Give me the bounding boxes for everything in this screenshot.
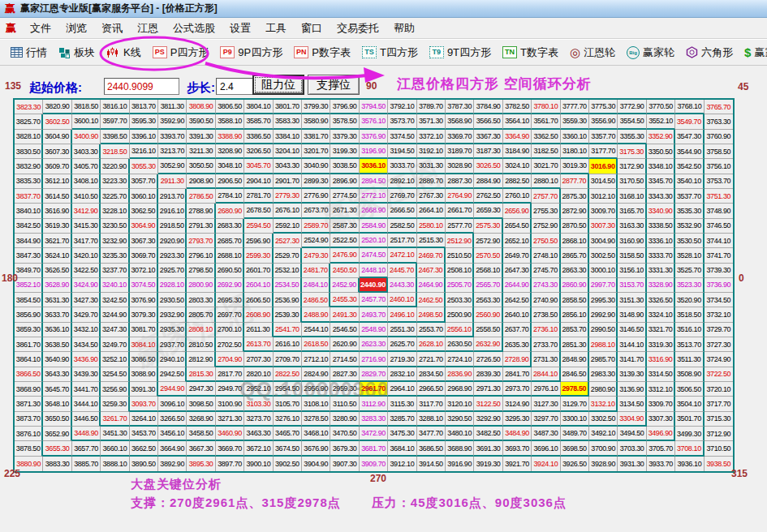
toolbar-item-winner-service[interactable]: $赢家服务 <box>739 43 767 62</box>
badge-teal: T9 <box>429 46 444 58</box>
gann-cell: 3636.10 <box>43 323 71 337</box>
gann-cell: 3024.10 <box>503 159 532 174</box>
gann-cell: 3492.10 <box>589 427 618 441</box>
quote-table-icon <box>11 47 23 58</box>
support-button[interactable]: 支撑位 <box>308 75 360 95</box>
menu-browse[interactable]: 浏览 <box>58 19 94 38</box>
toolbar-item-label: 9T四方形 <box>447 45 491 60</box>
gann-cell: 3244.90 <box>101 307 129 322</box>
gann-cell: 2618.50 <box>302 337 330 352</box>
toolbar-item-label: 9P四方形 <box>238 45 282 60</box>
gann-cell: 3571.30 <box>417 114 446 129</box>
gann-cell: 2764.90 <box>446 189 474 204</box>
gann-cell: 3307.30 <box>647 412 675 427</box>
toolbar-item-t-number-table[interactable]: TNT数字表 <box>497 43 564 62</box>
gann-cell: 3312.10 <box>647 382 675 397</box>
gann-cell: 3400.90 <box>72 130 101 144</box>
gann-cell: 2786.50 <box>187 189 215 204</box>
toolbar-item-9t-square[interactable]: T99T四方形 <box>424 43 497 62</box>
gann-cell: 2882.50 <box>503 174 532 189</box>
menu-gann[interactable]: 江恩 <box>130 19 166 38</box>
gann-cell: 2956.90 <box>302 382 330 397</box>
gann-cell: 3482.50 <box>474 427 502 441</box>
gann-cell: 3777.70 <box>561 100 589 114</box>
gann-cell: 3693.70 <box>503 441 532 456</box>
toolbar-item-p-square[interactable]: PSP四方形 <box>147 43 215 62</box>
gann-highlight-cell: 2978.50 <box>561 382 589 397</box>
menu-tools[interactable]: 工具 <box>258 19 294 38</box>
gann-cell: 3931.30 <box>618 457 646 471</box>
gann-cell: 3736.90 <box>705 278 733 293</box>
toolbar-item-winner-wheel[interactable]: Big赢家轮 <box>621 43 680 62</box>
gann-cell: 2680.90 <box>216 204 244 218</box>
gann-cell: 3883.30 <box>43 457 71 471</box>
gann-cell: 3772.90 <box>618 100 646 114</box>
gann-cell: 3578.50 <box>330 114 359 129</box>
gann-cell: 2601.70 <box>244 264 273 278</box>
gann-cell: 3902.50 <box>274 457 302 471</box>
toolbar-item-quotes[interactable]: 行情 <box>5 43 53 62</box>
menu-news[interactable]: 资讯 <box>94 19 130 38</box>
gann-cell: 2904.10 <box>244 174 273 189</box>
gann-cell: 3256.90 <box>101 382 129 397</box>
toolbar-item-p-number-table[interactable]: PNP数字表 <box>288 43 356 62</box>
toolbar-item-label: 江恩轮 <box>584 45 615 60</box>
gann-cell: 3592.90 <box>158 114 187 129</box>
gann-cell: 2676.10 <box>274 204 302 218</box>
gann-cell: 3098.50 <box>187 397 215 411</box>
gann-cell: 3864.10 <box>15 352 43 367</box>
gann-cell: 3871.30 <box>15 397 43 411</box>
gann-cell: 3808.90 <box>187 100 215 114</box>
toolbar-item-kline[interactable]: K线 <box>101 43 147 62</box>
menu-settings[interactable]: 设置 <box>222 19 258 38</box>
gann-cell: 3206.50 <box>244 144 273 159</box>
dollar-icon: $ <box>744 46 751 58</box>
gann-cell: 3907.30 <box>330 457 359 471</box>
gann-cell: 3854.50 <box>15 293 43 307</box>
gann-cell: 2702.50 <box>216 337 244 352</box>
gann-cell: 3924.10 <box>532 457 560 471</box>
gann-cell: 2692.90 <box>216 278 244 293</box>
toolbar-item-t-square[interactable]: TST四方形 <box>356 43 424 62</box>
gann-cell: 3033.70 <box>388 159 416 174</box>
resistance-button[interactable]: 阻力位 <box>252 75 304 95</box>
menu-help[interactable]: 帮助 <box>386 19 422 38</box>
gann-cell: 3708.10 <box>675 441 704 456</box>
gann-cell: 3921.70 <box>503 457 532 471</box>
gann-cell: 2522.50 <box>330 234 359 248</box>
gann-cell: 2851.30 <box>561 337 589 352</box>
gann-cell: 3859.30 <box>15 323 43 337</box>
toolbar-item-hexagon[interactable]: 六角形 <box>680 43 739 62</box>
gann-cell: 2685.70 <box>216 234 244 248</box>
gann-cell: 3146.50 <box>618 323 646 337</box>
menu-items: 文件浏览资讯江恩公式选股设置工具窗口交易委托帮助 <box>23 19 422 38</box>
toolbar-item-gann-wheel[interactable]: ◎江恩轮 <box>564 43 621 62</box>
gann-cell: 2930.50 <box>158 293 187 307</box>
gann-cell: 3878.50 <box>15 441 43 456</box>
gann-cell: 2839.30 <box>474 367 502 382</box>
menu-file[interactable]: 文件 <box>23 19 58 38</box>
gann-cell: 3189.70 <box>446 144 474 159</box>
gann-cell: 2848.90 <box>561 352 589 367</box>
gann-cell: 2560.90 <box>474 307 502 322</box>
gann-cell: 2719.30 <box>388 352 416 367</box>
gann-cell: 3319.30 <box>647 337 675 352</box>
gann-cell: 3811.30 <box>158 100 187 114</box>
gann-cell: 2954.50 <box>274 382 302 397</box>
gann-cell: 3273.70 <box>244 412 273 427</box>
gann-cell: 2606.50 <box>244 293 273 307</box>
gann-cell: 3110.50 <box>330 397 359 411</box>
gann-cell: 3516.10 <box>675 323 704 337</box>
menu-window[interactable]: 窗口 <box>294 19 330 38</box>
toolbar-item-sectors[interactable]: 板块 <box>53 43 101 62</box>
toolbar-item-9p-square[interactable]: P99P四方形 <box>214 43 288 62</box>
gann-cell: 3144.10 <box>618 337 646 352</box>
gann-cell: 3384.10 <box>274 130 302 144</box>
gann-cell: 3062.50 <box>130 204 158 218</box>
start-price-input[interactable] <box>104 78 179 95</box>
gann-cell: 2740.90 <box>532 293 560 307</box>
menu-formula-stock-pick[interactable]: 公式选股 <box>166 19 222 38</box>
gann-cell: 3002.50 <box>589 248 618 263</box>
gann-cell: 2450.50 <box>330 264 359 278</box>
menu-trade[interactable]: 交易委托 <box>330 19 386 38</box>
